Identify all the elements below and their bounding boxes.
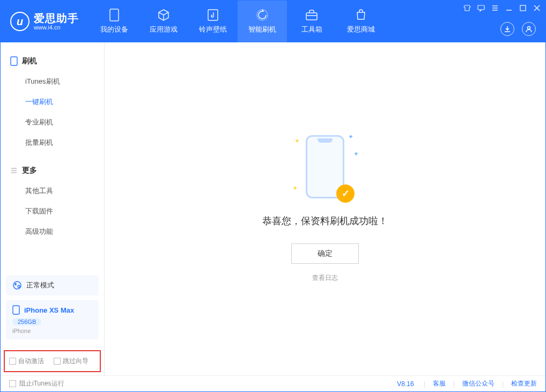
device-info-card[interactable]: iPhone XS Max 256GB iPhone <box>6 300 99 339</box>
shop-icon <box>355 9 367 21</box>
ok-button[interactable]: 确定 <box>291 243 359 264</box>
nav-ringtones[interactable]: 铃声壁纸 <box>188 1 238 42</box>
mode-icon <box>12 280 22 290</box>
toolbox-icon <box>305 9 318 21</box>
nav-smart-flash[interactable]: 智能刷机 <box>238 1 287 42</box>
svg-rect-4 <box>478 5 484 10</box>
svg-rect-7 <box>11 57 17 65</box>
svg-rect-1 <box>208 10 218 20</box>
status-link-update[interactable]: 检查更新 <box>511 379 537 388</box>
sparkle-icon: ✦ <box>294 137 300 145</box>
device-cards: 正常模式 iPhone XS Max 256GB iPhone <box>1 275 104 348</box>
app-window: u 爱思助手 www.i4.cn 我的设备 应用游戏 铃声壁纸 智能刷机 <box>0 0 546 392</box>
flash-options-row: 自动激活 跳过向导 <box>4 350 101 372</box>
app-url: www.i4.cn <box>34 24 79 31</box>
skip-guide-checkbox[interactable]: 跳过向导 <box>54 357 88 366</box>
view-log-link[interactable]: 查看日志 <box>312 273 338 283</box>
top-nav: 我的设备 应用游戏 铃声壁纸 智能刷机 工具箱 爱思商城 <box>90 1 386 42</box>
sidebar-group-flash: 刷机 <box>1 51 104 71</box>
status-link-wechat[interactable]: 微信公众号 <box>462 379 495 388</box>
sidebar-item-advanced[interactable]: 高级功能 <box>1 221 104 242</box>
sidebar: 刷机 iTunes刷机 一键刷机 专业刷机 批量刷机 更多 其他工具 下载固件 … <box>1 42 105 375</box>
body: 刷机 iTunes刷机 一键刷机 专业刷机 批量刷机 更多 其他工具 下载固件 … <box>1 42 545 375</box>
svg-point-6 <box>528 27 530 29</box>
checkbox-icon <box>9 358 16 365</box>
sidebar-item-download-firmware[interactable]: 下载固件 <box>1 201 104 221</box>
svg-rect-3 <box>306 13 317 20</box>
sidebar-item-other-tools[interactable]: 其他工具 <box>1 181 104 201</box>
sparkle-icon: ✦ <box>292 184 298 192</box>
checkbox-icon <box>54 358 61 365</box>
topbar: u 爱思助手 www.i4.cn 我的设备 应用游戏 铃声壁纸 智能刷机 <box>1 1 545 42</box>
device-small-icon <box>12 305 20 315</box>
refresh-icon <box>256 9 269 21</box>
sidebar-item-batch-flash[interactable]: 批量刷机 <box>1 132 104 153</box>
success-message: 恭喜您，保资料刷机成功啦！ <box>262 215 388 227</box>
nav-shop[interactable]: 爱思商城 <box>336 1 386 42</box>
status-link-support[interactable]: 客服 <box>433 379 446 388</box>
sparkle-icon: ✦ <box>348 133 353 140</box>
sparkle-icon: ✦ <box>353 150 359 158</box>
menu-icon[interactable] <box>491 4 499 12</box>
version-label: V8.16 <box>397 380 414 388</box>
svg-point-8 <box>13 282 21 289</box>
feedback-icon[interactable] <box>477 4 485 12</box>
device-mode-card[interactable]: 正常模式 <box>6 275 99 295</box>
logo-icon: u <box>10 12 29 31</box>
device-mode-label: 正常模式 <box>26 280 54 290</box>
nav-apps-games[interactable]: 应用游戏 <box>139 1 188 42</box>
maximize-icon[interactable] <box>519 4 527 12</box>
phone-icon <box>10 56 18 66</box>
sidebar-group-more: 更多 <box>1 160 104 181</box>
checkbox-icon <box>9 380 16 387</box>
statusbar: 阻止iTunes运行 V8.16 | 客服 | 微信公众号 | 检查更新 <box>1 375 545 391</box>
device-type: iPhone <box>12 328 31 334</box>
list-icon <box>10 167 18 174</box>
sidebar-item-oneclick-flash[interactable]: 一键刷机 <box>1 92 104 112</box>
success-illustration: ✓ ✦ ✦ ✦ ✦ <box>301 135 349 199</box>
checkmark-badge-icon: ✓ <box>336 184 355 203</box>
device-icon <box>108 9 121 21</box>
cube-icon <box>157 9 170 21</box>
svg-rect-11 <box>13 306 19 314</box>
svg-rect-5 <box>520 5 526 11</box>
svg-rect-0 <box>110 9 119 21</box>
app-name: 爱思助手 <box>34 12 79 24</box>
block-itunes-checkbox[interactable]: 阻止iTunes运行 <box>9 379 64 388</box>
account-icon[interactable] <box>522 22 536 36</box>
auto-activate-checkbox[interactable]: 自动激活 <box>9 357 44 366</box>
skin-icon[interactable] <box>463 4 471 12</box>
svg-point-9 <box>14 283 17 285</box>
minimize-icon[interactable] <box>505 4 513 12</box>
close-icon[interactable] <box>533 4 541 12</box>
sidebar-item-itunes-flash[interactable]: iTunes刷机 <box>1 71 104 92</box>
window-controls <box>463 4 541 12</box>
device-name: iPhone XS Max <box>24 306 74 314</box>
logo[interactable]: u 爱思助手 www.i4.cn <box>1 1 90 42</box>
nav-my-device[interactable]: 我的设备 <box>90 1 139 42</box>
main-content: ✓ ✦ ✦ ✦ ✦ 恭喜您，保资料刷机成功啦！ 确定 查看日志 <box>105 42 545 375</box>
sidebar-item-pro-flash[interactable]: 专业刷机 <box>1 112 104 132</box>
music-icon <box>206 9 219 21</box>
svg-point-10 <box>18 285 20 287</box>
nav-toolbox[interactable]: 工具箱 <box>287 1 336 42</box>
device-storage-badge: 256GB <box>12 318 41 326</box>
download-icon[interactable] <box>500 22 514 36</box>
user-controls <box>500 22 536 36</box>
